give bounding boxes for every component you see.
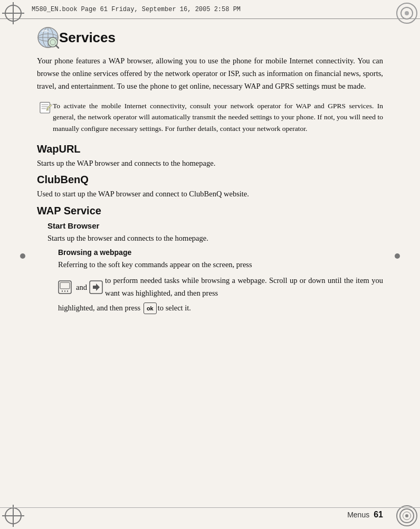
footer: Menus 61 [37,510,383,519]
services-icon [37,26,59,49]
intro-paragraph: Your phone features a WAP browser, allow… [37,55,383,93]
browsing-inline-row: and to perform needed tasks while browsi… [37,275,383,300]
footer-line [0,507,420,508]
ok-key-icon: ok [144,303,157,314]
start-browser-heading: Start Browser [37,221,383,230]
browsing-heading: Browsing a webpage [37,248,383,257]
services-header-row: Services [37,26,383,49]
browsing-ok-row: highlighted, and then press ok to select… [37,302,383,315]
corner-decoration-tl [2,2,24,24]
browsing-desc1: Referring to the soft key commands appea… [37,259,383,271]
page: M580_EN.book Page 61 Friday, September 1… [0,0,420,529]
main-content: Services Your phone features a WAP brows… [37,26,383,503]
corner-decoration-tr [396,2,418,24]
note-box: To activate the mobile Internet connecti… [37,100,383,135]
browsing-desc2: to perform needed tasks while browsing a… [105,275,383,300]
wapurl-heading: WapURL [37,143,383,155]
side-dot-left [20,253,25,259]
corner-decoration-br [396,505,418,527]
start-browser-desc: Starts up the browser and connects to th… [37,232,383,245]
right-softkey-icon [89,280,103,294]
left-softkey-icon [58,280,72,294]
page-title: Services [59,30,116,46]
svg-line-6 [56,45,59,48]
browsing-desc3: to select it. [158,302,191,315]
side-dot-right [395,253,400,259]
note-icon [39,100,53,114]
footer-label: Menus [347,511,369,519]
corner-decoration-bl [2,505,24,527]
wap-service-heading: WAP Service [37,205,383,217]
note-text: To activate the mobile Internet connecti… [53,100,383,135]
clubbenq-desc: Used to start up the WAP browser and con… [37,188,383,201]
wapurl-desc: Starts up the WAP browser and connects t… [37,157,383,170]
header-text: M580_EN.book Page 61 Friday, September 1… [32,6,241,13]
header-bar: M580_EN.book Page 61 Friday, September 1… [0,0,420,19]
footer-number: 61 [374,510,383,519]
and-text: and [76,280,87,294]
browsing-highlighted-text: highlighted, and then press [58,302,142,315]
clubbenq-heading: ClubBenQ [37,174,383,186]
